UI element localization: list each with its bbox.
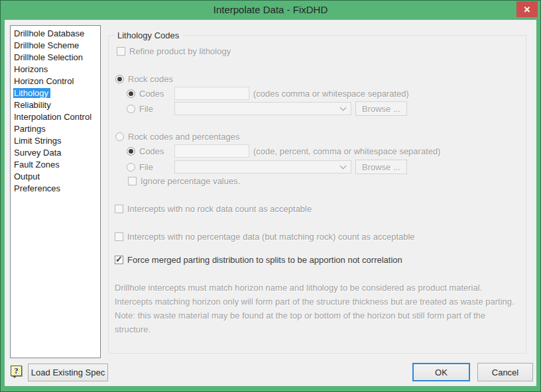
rock-codes-file-label: File	[139, 104, 170, 114]
chevron-down-icon	[340, 105, 347, 111]
no-rock-data-label: Intercepts with no rock data count as ac…	[127, 204, 312, 214]
ignore-percentage-row: Ignore percentage values.	[128, 174, 240, 187]
rock-codes-file-radio[interactable]	[127, 105, 135, 113]
dialog-window: Interpolate Data - FixDHD ✕ Drillhole Da…	[0, 0, 541, 392]
force-merged-parting-checkbox[interactable]	[115, 256, 123, 264]
sidebar-item-partings[interactable]: Partings	[13, 123, 99, 135]
no-rock-data-row: Intercepts with no rock data count as ac…	[115, 202, 312, 215]
refine-product-label: Refine product by lithology	[129, 46, 231, 56]
dialog-client-area: Drillhole Database Drillhole Scheme Dril…	[5, 20, 536, 386]
percentages-codes-hint: (code, percent, comma or whitespace sepa…	[253, 146, 441, 156]
ok-button[interactable]: OK	[412, 363, 470, 381]
help-icon: ?	[15, 366, 19, 376]
sidebar-item-fault-zones[interactable]: Fault Zones	[13, 159, 99, 171]
category-listbox: Drillhole Database Drillhole Scheme Dril…	[10, 25, 101, 358]
rock-codes-codes-hint: (codes comma or whitespace separated)	[253, 89, 409, 99]
sidebar-item-output[interactable]: Output	[13, 171, 99, 183]
help-button[interactable]: ?	[11, 366, 22, 376]
sidebar-item-drillhole-selection[interactable]: Drillhole Selection	[13, 52, 99, 64]
rock-codes-label: Rock codes	[128, 74, 173, 84]
close-button[interactable]: ✕	[516, 1, 538, 17]
no-percentage-data-label: Intercepts with no percentage data (but …	[127, 232, 415, 242]
group-title: Lithology Codes	[114, 30, 182, 41]
sidebar-item-drillhole-scheme[interactable]: Drillhole Scheme	[13, 40, 99, 52]
percentages-file-label: File	[139, 162, 170, 172]
no-percentage-data-row: Intercepts with no percentage data (but …	[115, 230, 415, 243]
refine-row: Refine product by lithology	[117, 44, 231, 58]
titlebar: Interpolate Data - FixDHD ✕	[0, 0, 541, 20]
sidebar-item-survey-data[interactable]: Survey Data	[13, 147, 99, 159]
rock-codes-browse-button[interactable]: Browse ...	[355, 101, 407, 116]
percentages-file-radio[interactable]	[127, 163, 135, 172]
force-merged-parting-label: Force merged parting distribution to spl…	[127, 255, 402, 265]
cancel-button[interactable]: Cancel	[477, 363, 533, 381]
no-percentage-data-checkbox[interactable]	[115, 232, 123, 241]
rock-codes-file-row: File Browse ...	[127, 102, 407, 115]
sidebar-item-preferences[interactable]: Preferences	[13, 183, 99, 195]
sidebar-item-limit-strings[interactable]: Limit Strings	[13, 135, 99, 147]
rock-codes-row: Rock codes	[115, 72, 173, 85]
rock-codes-file-combo[interactable]	[174, 102, 351, 115]
sidebar-item-drillhole-database[interactable]: Drillhole Database	[13, 28, 99, 40]
percentages-codes-input[interactable]	[174, 144, 249, 158]
ignore-percentage-label: Ignore percentage values.	[141, 176, 240, 186]
load-existing-spec-button[interactable]: Load Existing Spec	[28, 364, 108, 381]
rock-codes-codes-label: Codes	[139, 89, 170, 99]
lithology-note: Drillhole intercepts must match horizon …	[115, 281, 522, 336]
sidebar-item-reliability[interactable]: Reliability	[13, 99, 99, 111]
rock-codes-radio[interactable]	[115, 75, 124, 83]
percentages-file-row: File Browse ...	[127, 160, 407, 173]
ignore-percentage-checkbox[interactable]	[128, 177, 137, 185]
percentages-codes-label: Codes	[139, 146, 170, 156]
rock-codes-percentages-row: Rock codes and percentages	[115, 130, 239, 143]
rock-codes-codes-radio[interactable]	[127, 89, 135, 98]
rock-codes-codes-row: Codes (codes comma or whitespace separat…	[127, 87, 409, 100]
rock-codes-percentages-radio[interactable]	[115, 132, 124, 141]
rock-codes-codes-input[interactable]	[174, 87, 249, 100]
percentages-browse-button[interactable]: Browse ...	[355, 160, 407, 174]
percentages-codes-row: Codes (code, percent, comma or whitespac…	[127, 144, 441, 158]
close-icon: ✕	[524, 5, 531, 15]
lithology-codes-group: Lithology Codes Refine product by lithol…	[108, 35, 526, 354]
sidebar-item-horizons[interactable]: Horizons	[13, 64, 99, 75]
percentages-codes-radio[interactable]	[127, 147, 135, 156]
window-title: Interpolate Data - FixDHD	[0, 0, 541, 20]
force-merged-parting-row: Force merged parting distribution to spl…	[115, 253, 402, 266]
sidebar-item-horizon-control[interactable]: Horizon Control	[13, 75, 99, 87]
rock-codes-percentages-label: Rock codes and percentages	[128, 132, 239, 142]
sidebar-item-lithology[interactable]: Lithology	[13, 87, 99, 99]
sidebar-item-interpolation-control[interactable]: Interpolation Control	[13, 111, 99, 123]
no-rock-data-checkbox[interactable]	[115, 205, 123, 213]
chevron-down-icon	[340, 163, 347, 170]
refine-product-checkbox[interactable]	[117, 47, 125, 56]
percentages-file-combo[interactable]	[174, 160, 351, 173]
